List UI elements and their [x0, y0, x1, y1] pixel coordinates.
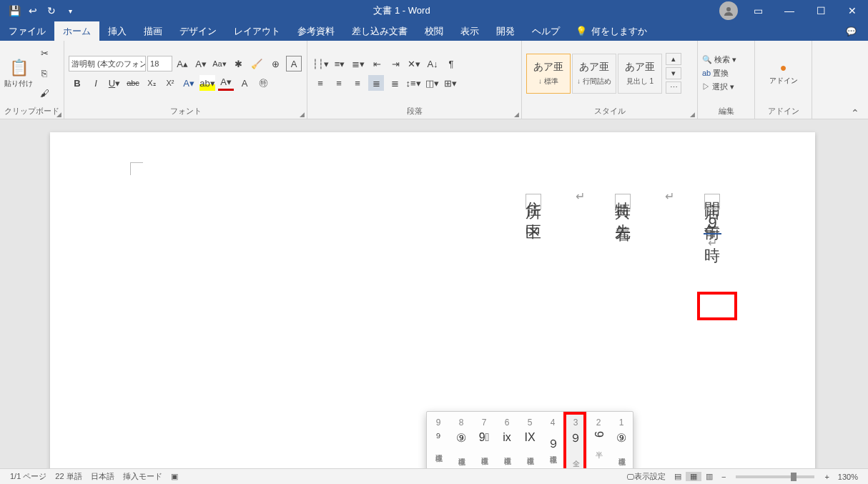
status-words[interactable]: 22 単語	[51, 471, 86, 482]
cut-icon[interactable]: ✂	[36, 46, 52, 61]
char-border-icon[interactable]: A	[286, 56, 302, 71]
font-color-icon[interactable]: A▾	[218, 75, 234, 91]
superscript-icon[interactable]: X²	[162, 75, 178, 91]
share-button[interactable]: 💬	[842, 26, 859, 36]
minimize-icon[interactable]: —	[774, 0, 805, 21]
font-name-combo[interactable]: 游明朝 (本文のフォン	[69, 56, 146, 71]
tab-design[interactable]: デザイン	[171, 21, 225, 41]
highlight-icon[interactable]: ab▾	[199, 75, 215, 91]
align-right-icon[interactable]: ≡	[350, 75, 365, 91]
ribbon-display-icon[interactable]: ▭	[742, 0, 774, 21]
ime-candidate-4[interactable]: 4９環境依存	[541, 412, 564, 468]
align-left-icon[interactable]: ≡	[312, 75, 328, 91]
format-painter-icon[interactable]: 🖌	[36, 86, 52, 102]
borders-icon[interactable]: ⊞▾	[443, 75, 458, 91]
strikethrough-icon[interactable]: abc	[125, 75, 141, 91]
text-line-1[interactable]: 開店午前9時↵	[701, 189, 722, 251]
ime-candidate-8[interactable]: 8⑨環境依存	[450, 412, 473, 468]
tab-developer[interactable]: 開発	[488, 21, 523, 41]
zoom-in-icon[interactable]: +	[820, 473, 833, 481]
clear-format-icon[interactable]: 🧹	[249, 56, 265, 71]
ime-candidate-2[interactable]: 29半	[587, 412, 610, 468]
ime-candidate-5[interactable]: 5IX環境依存	[518, 412, 541, 468]
tab-mailings[interactable]: 差し込み文書	[343, 21, 416, 41]
style-scroll-up-icon[interactable]: ▴	[666, 53, 681, 65]
macro-record-icon[interactable]: ▣	[167, 472, 182, 481]
shrink-font-icon[interactable]: A▾	[193, 56, 209, 71]
line-spacing-icon[interactable]: ↕≡▾	[405, 75, 421, 91]
numbering-icon[interactable]: ≡▾	[332, 56, 347, 71]
style-expand-icon[interactable]: ⋯	[666, 82, 681, 94]
tab-references[interactable]: 参考資料	[289, 21, 343, 41]
tab-home[interactable]: ホーム	[54, 21, 99, 41]
shading-icon[interactable]: ◫▾	[424, 75, 440, 91]
text-line-2[interactable]: 特典先着	[612, 189, 633, 214]
enclose-char-icon[interactable]: ⊕	[267, 56, 283, 71]
launcher-icon[interactable]: ◢	[690, 111, 695, 118]
zoom-slider[interactable]	[736, 475, 814, 478]
increase-indent-icon[interactable]: ⇥	[388, 56, 403, 71]
launcher-icon[interactable]: ◢	[514, 111, 519, 118]
justify-icon[interactable]: ≣	[368, 75, 384, 91]
ime-candidate-1[interactable]: 1⑨環境依存	[610, 412, 633, 468]
ime-candidate-7[interactable]: 79⃣環境依存	[473, 412, 495, 468]
tab-file[interactable]: ファイル	[0, 21, 54, 41]
status-insert-mode[interactable]: 挿入モード	[119, 471, 167, 482]
tab-view[interactable]: 表示	[452, 21, 488, 41]
style-no-spacing[interactable]: あア亜 ↓ 行間詰め	[572, 54, 616, 94]
tell-me-search[interactable]: 💡 何をしますか	[576, 25, 647, 38]
user-avatar[interactable]	[719, 1, 738, 20]
sort-icon[interactable]: A↓	[425, 56, 440, 71]
display-settings-button[interactable]: 🖵 表示設定	[622, 471, 670, 482]
maximize-icon[interactable]: ☐	[805, 0, 837, 21]
asian-layout-icon[interactable]: ✕▾	[406, 56, 422, 71]
tab-draw[interactable]: 描画	[135, 21, 171, 41]
tab-layout[interactable]: レイアウト	[225, 21, 289, 41]
replace-button[interactable]: ab 置換	[702, 68, 736, 79]
grow-font-icon[interactable]: A▴	[174, 56, 190, 71]
enclose-chars-icon[interactable]: ㊕	[255, 75, 271, 91]
bold-icon[interactable]: B	[69, 75, 85, 91]
tab-review[interactable]: 校閲	[416, 21, 452, 41]
redo-icon[interactable]: ↻	[43, 2, 60, 19]
text-effects-icon[interactable]: A▾	[181, 75, 197, 91]
paste-button[interactable]: 📋 貼り付け	[4, 56, 33, 92]
view-read-icon[interactable]: ▤	[670, 472, 686, 481]
view-print-icon[interactable]: ▦	[686, 472, 701, 481]
italic-icon[interactable]: I	[88, 75, 104, 91]
style-normal[interactable]: あア亜 ↓ 標準	[526, 54, 571, 94]
ime-candidate-9[interactable]: 9９環境依存	[427, 412, 450, 468]
decrease-indent-icon[interactable]: ⇤	[369, 56, 385, 71]
show-marks-icon[interactable]: ¶	[443, 56, 459, 71]
qat-customize-icon[interactable]: ▾	[61, 2, 79, 19]
zoom-level[interactable]: 130%	[834, 473, 862, 481]
text-line-3[interactable]: 住所中区	[523, 189, 543, 214]
select-button[interactable]: ▷ 選択 ▾	[702, 82, 736, 92]
align-center-icon[interactable]: ≡	[331, 75, 347, 91]
multilevel-icon[interactable]: ≣▾	[350, 56, 366, 71]
view-web-icon[interactable]: ▥	[701, 472, 717, 481]
launcher-icon[interactable]: ◢	[56, 111, 61, 118]
addins-button[interactable]: ● アドイン	[769, 61, 798, 86]
tab-insert[interactable]: 挿入	[99, 21, 135, 41]
subscript-icon[interactable]: X₂	[144, 75, 159, 91]
close-icon[interactable]: ✕	[837, 0, 868, 21]
font-size-combo[interactable]: 18	[147, 56, 172, 71]
find-button[interactable]: 🔍 検索 ▾	[702, 54, 736, 65]
phonetic-guide-icon[interactable]: ✱	[230, 56, 246, 71]
tab-help[interactable]: ヘルプ	[523, 21, 568, 41]
undo-icon[interactable]: ↩	[24, 2, 41, 19]
underline-icon[interactable]: U▾	[107, 75, 122, 91]
zoom-out-icon[interactable]: −	[717, 473, 730, 481]
copy-icon[interactable]: ⎘	[36, 66, 52, 82]
status-language[interactable]: 日本語	[87, 471, 119, 482]
change-case-icon[interactable]: Aa▾	[212, 56, 227, 71]
collapse-ribbon-icon[interactable]: ⌃	[851, 107, 859, 119]
distribute-icon[interactable]: ≣	[387, 75, 403, 91]
bullets-icon[interactable]: ┆┆▾	[312, 56, 329, 71]
launcher-icon[interactable]: ◢	[300, 111, 305, 118]
style-scroll-down-icon[interactable]: ▾	[666, 67, 681, 79]
style-heading1[interactable]: あア亜 見出し 1	[618, 54, 662, 94]
status-page[interactable]: 1/1 ページ	[6, 471, 51, 482]
save-icon[interactable]: 💾	[6, 2, 23, 19]
